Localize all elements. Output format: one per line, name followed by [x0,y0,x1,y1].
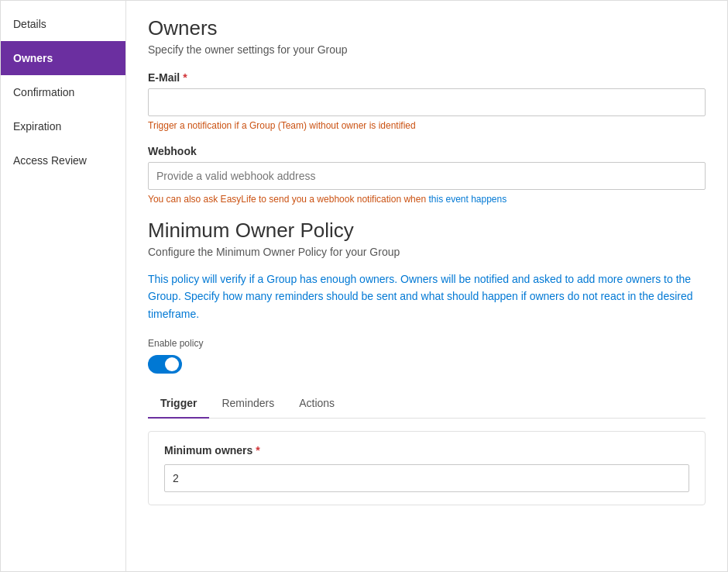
policy-title: Minimum Owner Policy [148,219,706,243]
email-hint: Trigger a notification if a Group (Team)… [148,120,706,131]
webhook-label: Webhook [148,145,706,157]
enable-policy-label: Enable policy [148,338,706,349]
webhook-hint-link[interactable]: this event happens [428,194,507,205]
sidebar: Details Owners Confirmation Expiration A… [1,1,126,571]
policy-subtitle: Configure the Minimum Owner Policy for y… [148,246,706,258]
sidebar-item-details[interactable]: Details [1,7,125,41]
min-owners-label: Minimum owners * [164,444,689,457]
email-input[interactable] [148,88,706,116]
toggle-slider [148,355,182,374]
sidebar-item-expiration[interactable]: Expiration [1,109,125,143]
policy-description: This policy will verify if a Group has e… [148,270,706,322]
trigger-panel: Minimum owners * [148,431,706,505]
min-owners-required-star: * [256,444,259,457]
email-field-group: E-Mail * Trigger a notification if a Gro… [148,71,706,131]
email-label: E-Mail * [148,71,706,84]
enable-policy-wrapper: Enable policy [148,338,706,374]
sidebar-item-access-review[interactable]: Access Review [1,143,125,177]
webhook-hint: You can also ask EasyLife to send you a … [148,194,706,205]
owners-subtitle: Specify the owner settings for your Grou… [148,43,706,56]
tab-trigger[interactable]: Trigger [148,389,209,419]
enable-policy-toggle[interactable] [148,355,182,374]
email-required-star: * [183,71,187,84]
policy-tabs-bar: Trigger Reminders Actions [148,389,706,419]
webhook-input[interactable] [148,162,706,190]
main-content: Owners Specify the owner settings for yo… [126,1,727,571]
owners-title: Owners [148,16,706,40]
webhook-field-group: Webhook You can also ask EasyLife to sen… [148,145,706,205]
tab-reminders[interactable]: Reminders [209,389,287,419]
sidebar-item-owners[interactable]: Owners [1,41,125,75]
tab-actions[interactable]: Actions [287,389,347,419]
sidebar-item-confirmation[interactable]: Confirmation [1,75,125,109]
min-owners-input[interactable] [164,464,689,492]
